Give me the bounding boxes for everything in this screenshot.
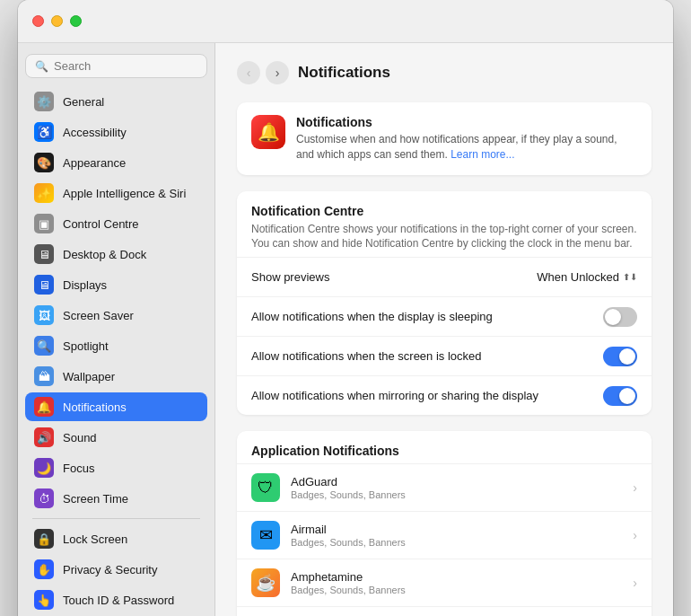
display-sleeping-label: Allow notifications when the display is … (251, 310, 493, 323)
show-previews-label: Show previews (251, 270, 329, 284)
notification-centre-header: Notification Centre Notification Centre … (237, 191, 652, 258)
sidebar-item-screen-time[interactable]: ⏱ Screen Time (25, 484, 207, 513)
sidebar-label-spotlight: Spotlight (63, 339, 109, 353)
adguard-sub: Badges, Sounds, Banners (291, 489, 622, 500)
airmail-name: Airmail (291, 523, 622, 536)
sidebar-item-focus[interactable]: 🌙 Focus (25, 453, 207, 482)
app-row-anytrans[interactable]: ↔ AnyTransToolHelpers Badges, Sounds, Ba… (237, 606, 652, 616)
nav-bar: ‹ › Notifications (237, 61, 652, 84)
sidebar-label-screen-saver: Screen Saver (63, 309, 134, 322)
sidebar-item-touchid-password[interactable]: 👆 Touch ID & Password (25, 585, 207, 614)
select-arrows-icon: ⬆⬇ (623, 272, 637, 282)
adguard-icon: 🛡 (251, 473, 280, 502)
app-row-amphetamine[interactable]: ☕ Amphetamine Badges, Sounds, Banners › (237, 559, 652, 606)
mirroring-knob (619, 388, 635, 404)
titlebar (18, 0, 673, 43)
sidebar-label-notifications: Notifications (63, 400, 127, 414)
desktop-dock-icon: 🖥 (34, 244, 54, 264)
control-centre-icon: ▣ (34, 214, 54, 233)
nav-back-button[interactable]: ‹ (237, 61, 260, 84)
displays-icon: 🖥 (34, 275, 54, 295)
notification-centre-desc: Notification Centre shows your notificat… (251, 222, 637, 252)
display-sleeping-row: Allow notifications when the display is … (237, 296, 652, 336)
sidebar-item-appearance[interactable]: 🎨 Appearance (25, 148, 207, 177)
notifications-header-card: 🔔 Notifications Customise when and how n… (237, 102, 652, 175)
sidebar-item-spotlight[interactable]: 🔍 Spotlight (25, 331, 207, 360)
sidebar-label-privacy-security: Privacy & Security (63, 563, 157, 576)
sidebar-item-privacy-security[interactable]: ✋ Privacy & Security (25, 555, 207, 584)
sidebar-label-displays: Displays (63, 278, 107, 292)
mirroring-toggle[interactable] (603, 386, 637, 406)
sidebar-item-accessibility[interactable]: ♿ Accessibility (25, 118, 207, 146)
notifications-icon: 🔔 (34, 397, 54, 417)
wallpaper-icon: 🏔 (34, 366, 54, 386)
sidebar-item-apple-intelligence[interactable]: ✨ Apple Intelligence & Siri (25, 179, 207, 207)
sound-icon: 🔊 (34, 427, 54, 447)
touchid-icon: 👆 (34, 590, 54, 610)
adguard-info: AdGuard Badges, Sounds, Banners (291, 475, 622, 500)
notifications-header-title: Notifications (296, 115, 637, 129)
airmail-info: Airmail Badges, Sounds, Banners (291, 523, 622, 548)
sidebar-item-screen-saver[interactable]: 🖼 Screen Saver (25, 301, 207, 330)
notification-centre-section: Notification Centre Notification Centre … (237, 191, 652, 416)
sidebar-item-lock-screen[interactable]: 🔒 Lock Screen (25, 524, 207, 553)
minimize-button[interactable] (51, 15, 63, 27)
amphetamine-sub: Badges, Sounds, Banners (291, 585, 622, 595)
close-button[interactable] (32, 15, 44, 27)
screen-locked-label: Allow notifications when the screen is l… (251, 349, 482, 363)
accessibility-icon: ♿ (34, 122, 54, 142)
show-previews-value: When Unlocked (537, 270, 619, 284)
screen-locked-row: Allow notifications when the screen is l… (237, 336, 652, 375)
sidebar-item-desktop-dock[interactable]: 🖥 Desktop & Dock (25, 240, 207, 268)
screen-saver-icon: 🖼 (34, 305, 54, 325)
sidebar-item-wallpaper[interactable]: 🏔 Wallpaper (25, 362, 207, 391)
adguard-chevron-icon: › (633, 480, 637, 495)
screen-locked-toggle[interactable] (603, 347, 637, 366)
search-bar[interactable]: 🔍 (25, 54, 207, 78)
sidebar-divider-1 (32, 518, 200, 519)
app-notifications-title: Application Notifications (251, 444, 637, 458)
app-row-airmail[interactable]: ✉ Airmail Badges, Sounds, Banners › (237, 511, 652, 559)
airmail-chevron-icon: › (633, 528, 637, 542)
lock-screen-icon: 🔒 (34, 529, 54, 549)
sidebar-item-displays[interactable]: 🖥 Displays (25, 270, 207, 299)
display-sleeping-knob (605, 309, 621, 325)
sidebar-item-notifications[interactable]: 🔔 Notifications (25, 392, 207, 421)
page-title: Notifications (298, 64, 390, 82)
notifications-header-desc: Customise when and how notifications app… (296, 132, 637, 163)
chevron-left-icon: ‹ (247, 66, 251, 80)
apple-intelligence-icon: ✨ (34, 183, 54, 203)
sidebar-label-focus: Focus (63, 462, 94, 475)
chevron-right-icon: › (276, 66, 280, 80)
show-previews-row: Show previews When Unlocked ⬆⬇ (237, 257, 652, 296)
sidebar-label-accessibility: Accessibility (63, 126, 127, 139)
main-content: ‹ › Notifications 🔔 Notifications Custom… (215, 43, 673, 616)
search-input[interactable] (54, 59, 205, 73)
amphetamine-chevron-icon: › (633, 576, 637, 590)
sidebar-label-lock-screen: Lock Screen (63, 532, 127, 546)
amphetamine-name: Amphetamine (291, 570, 622, 584)
notifications-header-icon: 🔔 (251, 115, 285, 149)
sidebar-label-desktop-dock: Desktop & Dock (63, 248, 146, 261)
screen-time-icon: ⏱ (34, 488, 54, 508)
nav-forward-button[interactable]: › (266, 61, 289, 84)
sidebar-item-sound[interactable]: 🔊 Sound (25, 423, 207, 452)
app-row-adguard[interactable]: 🛡 AdGuard Badges, Sounds, Banners › (237, 463, 652, 511)
traffic-lights (32, 15, 82, 27)
sidebar-item-general[interactable]: ⚙️ General (25, 87, 207, 116)
learn-more-link[interactable]: Learn more... (450, 148, 514, 161)
general-icon: ⚙️ (34, 92, 54, 111)
mirroring-row: Allow notifications when mirroring or sh… (237, 375, 652, 415)
appearance-icon: 🎨 (34, 153, 54, 172)
display-sleeping-toggle[interactable] (603, 307, 637, 327)
system-preferences-window: 🔍 ⚙️ General ♿ Accessibility 🎨 Appearanc… (18, 0, 673, 616)
show-previews-select[interactable]: When Unlocked ⬆⬇ (537, 270, 637, 284)
app-notifications-header: Application Notifications (237, 431, 652, 463)
sidebar-item-control-centre[interactable]: ▣ Control Centre (25, 209, 207, 238)
sidebar-label-wallpaper: Wallpaper (63, 370, 115, 383)
sidebar-label-touchid: Touch ID & Password (63, 594, 174, 607)
fullscreen-button[interactable] (70, 15, 82, 27)
app-notifications-section: Application Notifications 🛡 AdGuard Badg… (237, 431, 652, 616)
sidebar: 🔍 ⚙️ General ♿ Accessibility 🎨 Appearanc… (18, 43, 215, 616)
content-area: 🔍 ⚙️ General ♿ Accessibility 🎨 Appearanc… (18, 43, 673, 616)
